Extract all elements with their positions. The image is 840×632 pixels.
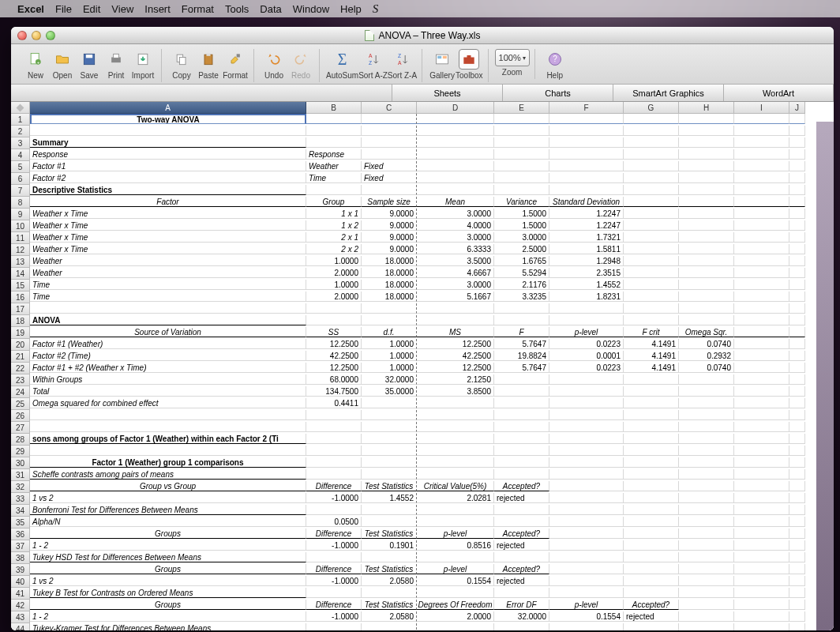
cell-B38[interactable] (306, 552, 362, 562)
cell-H24[interactable] (679, 386, 734, 397)
cell-C9[interactable]: 9.0000 (362, 209, 417, 219)
cell-D24[interactable]: 3.8500 (417, 386, 494, 397)
cell-G37[interactable] (624, 540, 679, 551)
cell-B13[interactable]: 1.0000 (306, 256, 362, 266)
cell-B39[interactable]: Difference (306, 564, 362, 574)
cell-C26[interactable] (362, 410, 417, 420)
cell-G34[interactable] (624, 505, 679, 515)
cell-D44[interactable] (417, 623, 494, 630)
row-header[interactable]: 5 (11, 161, 30, 173)
cell-G11[interactable] (624, 232, 679, 243)
cell-I13[interactable] (734, 256, 789, 266)
cell-I7[interactable] (734, 185, 789, 195)
cell-G10[interactable] (624, 220, 679, 231)
cell-J1[interactable] (789, 114, 805, 124)
cell-H18[interactable] (679, 315, 734, 325)
cell-D8[interactable]: Mean (417, 197, 494, 207)
row-header[interactable]: 16 (11, 292, 30, 303)
cell-A36[interactable]: Groups (30, 529, 306, 539)
cell-H26[interactable] (679, 410, 734, 420)
row-23[interactable]: 23Within Groups68.000032.00002.1250 (11, 374, 834, 386)
cell-E31[interactable] (494, 469, 549, 480)
cell-G27[interactable] (624, 422, 679, 432)
undo-button[interactable]: Undo (261, 49, 287, 82)
cell-D11[interactable]: 3.0000 (417, 232, 494, 243)
script-menu-icon[interactable]: S (373, 2, 379, 16)
cell-G33[interactable] (624, 493, 679, 503)
cell-D7[interactable] (417, 185, 494, 195)
row-header[interactable]: 18 (11, 315, 30, 327)
cell-J35[interactable] (789, 517, 805, 527)
cell-D18[interactable] (417, 315, 494, 325)
cell-E21[interactable]: 19.8824 (494, 351, 549, 361)
col-E[interactable]: E (494, 102, 549, 114)
cell-I35[interactable] (734, 517, 789, 527)
cell-I19[interactable] (734, 327, 789, 337)
row-39[interactable]: 39GroupsDifferenceTest Statisticsp-level… (11, 564, 834, 576)
row-33[interactable]: 33 1 vs 2-1.00001.45522.0281rejected (11, 493, 834, 505)
cell-E42[interactable]: Error DF (494, 600, 549, 610)
cell-A7[interactable]: Descriptive Statistics (30, 185, 306, 195)
cell-I29[interactable] (734, 446, 789, 456)
cell-C32[interactable]: Test Statistics (362, 481, 417, 491)
cell-J41[interactable] (789, 588, 805, 598)
cell-A16[interactable]: Time (30, 292, 306, 302)
cell-D39[interactable]: p-level (417, 564, 494, 574)
cell-E37[interactable]: rejected (494, 540, 549, 551)
cell-I32[interactable] (734, 481, 789, 491)
row-header[interactable]: 30 (11, 457, 30, 469)
row-22[interactable]: 22Factor #1 + #2 (Weather x Time)12.2500… (11, 363, 834, 374)
cell-J2[interactable] (789, 126, 805, 136)
cell-D28[interactable] (417, 434, 494, 444)
cell-H28[interactable] (679, 434, 734, 444)
row-header[interactable]: 9 (11, 209, 30, 220)
cell-G9[interactable] (624, 209, 679, 219)
cell-A12[interactable]: Weather x Time (30, 244, 306, 254)
cell-J13[interactable] (789, 256, 805, 266)
row-34[interactable]: 34Bonferroni Test for Differences Betwee… (11, 505, 834, 517)
spreadsheet-grid[interactable]: A B C D E F G H I J 1Two-way ANOVA23Summ… (11, 102, 834, 630)
cell-B22[interactable]: 12.2500 (306, 363, 362, 373)
zoom-control[interactable]: 100%▾ Zoom (495, 49, 530, 79)
cell-G19[interactable]: F crit (624, 327, 679, 337)
row-header[interactable]: 19 (11, 327, 30, 339)
cell-F38[interactable] (549, 552, 624, 562)
row-11[interactable]: 11Weather x Time2 x 19.00003.00003.00001… (11, 232, 834, 244)
cell-J12[interactable] (789, 244, 805, 254)
row-header[interactable]: 28 (11, 434, 30, 446)
cell-A40[interactable]: 1 vs 2 (30, 576, 306, 586)
cell-H21[interactable]: 0.2932 (679, 351, 734, 361)
cell-A39[interactable]: Groups (30, 564, 306, 574)
cell-B7[interactable] (306, 185, 362, 195)
cell-J17[interactable] (789, 303, 805, 314)
cell-E22[interactable]: 5.7647 (494, 363, 549, 373)
row-44[interactable]: 44Tukey-Kramer Test for Differences Betw… (11, 623, 834, 630)
row-35[interactable]: 35Alpha/N0.0500 (11, 517, 834, 529)
cell-J14[interactable] (789, 268, 805, 278)
row-header[interactable]: 15 (11, 280, 30, 292)
cell-E1[interactable] (494, 114, 549, 124)
cell-C23[interactable]: 32.0000 (362, 374, 417, 385)
cell-F43[interactable]: 0.1554 (549, 611, 624, 622)
cell-H4[interactable] (679, 149, 734, 160)
cell-J42[interactable] (789, 600, 805, 610)
cell-G15[interactable] (624, 280, 679, 290)
cell-D14[interactable]: 4.6667 (417, 268, 494, 278)
tab-sheets[interactable]: Sheets (392, 85, 502, 101)
cell-B21[interactable]: 42.2500 (306, 351, 362, 361)
cell-G21[interactable]: 4.1491 (624, 351, 679, 361)
row-2[interactable]: 2 (11, 126, 834, 137)
cell-C42[interactable]: Test Statistics (362, 600, 417, 610)
row-header[interactable]: 41 (11, 588, 30, 600)
format-painter-button[interactable]: Format (222, 49, 249, 82)
col-G[interactable]: G (624, 102, 679, 114)
cell-A29[interactable] (30, 446, 306, 456)
cell-E32[interactable]: Accepted? (494, 481, 549, 491)
cell-A38[interactable]: Tukey HSD Test for Differences Between M… (30, 552, 306, 562)
cell-F13[interactable]: 1.2948 (549, 256, 624, 266)
cell-E15[interactable]: 2.1176 (494, 280, 549, 290)
cell-B19[interactable]: SS (306, 327, 362, 337)
cell-F42[interactable]: p-level (549, 600, 624, 610)
cell-F18[interactable] (549, 315, 624, 325)
autosum-button[interactable]: ΣAutoSum (326, 49, 358, 82)
